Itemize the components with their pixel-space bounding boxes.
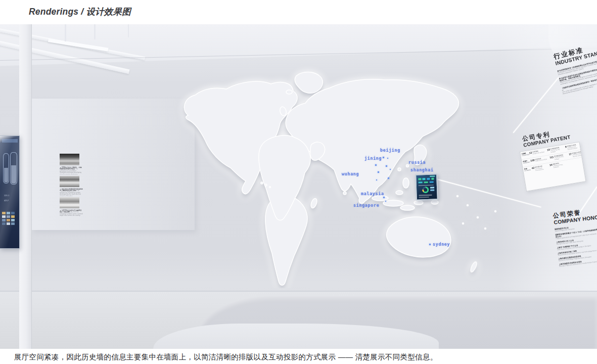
- caribbean-island: [269, 187, 271, 188]
- tablet-stat-block: [424, 181, 428, 183]
- city-label-russia: russia: [408, 160, 426, 165]
- city-marker-dot: [376, 179, 377, 180]
- indonesia-island: [372, 196, 388, 201]
- tablet-stat-block: [427, 178, 430, 180]
- photo-caption: ▲ 1996年公司在上海成立，开展电梯远程监测技术研发 The company …: [60, 166, 83, 174]
- indonesia-island: [400, 205, 415, 210]
- pacific-island: [467, 205, 469, 206]
- photo-caption: ▲ 于2015年公司系列产品覆盖全国多个重点城市 By 2015 the com…: [60, 209, 83, 217]
- island: [431, 200, 438, 204]
- tablet-stat-block: [431, 177, 434, 179]
- world-map: [162, 66, 516, 288]
- city-marker-dot: [388, 177, 389, 179]
- tablet-stat-block: [430, 181, 434, 183]
- madagascar-island: [310, 198, 318, 209]
- wall-floor-edge: [0, 291, 597, 292]
- city-marker-dot: [385, 201, 386, 202]
- pacific-island: [485, 228, 486, 230]
- photo-caption-cn: ▲ 1996年公司在上海成立，开展电梯远程监测技术研发: [60, 166, 81, 170]
- sri-lanka-island: [343, 192, 346, 195]
- tablet-status-bar: [430, 175, 435, 176]
- city-marker-dot: [378, 171, 379, 173]
- ceiling-pipe: [128, 24, 129, 37]
- left-wall-column: [19, 24, 32, 349]
- page: Renderings / 设计效果图: [0, 0, 597, 364]
- map-tablet-screen: [415, 173, 438, 201]
- tablet-donut-gauge: [422, 187, 429, 193]
- footer-caption: 展厅空间紧凑，因此历史墙的信息主要集中在墙面上，以简洁清晰的排版以及互动投影的方…: [14, 352, 437, 362]
- tablet-donut-hole: [424, 188, 427, 192]
- tablet-text-row: [419, 195, 432, 196]
- history-photo: [60, 154, 79, 165]
- city-label-beijing: beijing: [380, 148, 400, 153]
- city-label-singapore: singapore: [353, 203, 379, 208]
- city-label-malaysia: malaysia: [361, 191, 384, 196]
- patent-row-header-en: OTHERS: [524, 169, 531, 171]
- city-label-jining: jining: [364, 156, 382, 161]
- pacific-island: [477, 217, 479, 218]
- city-marker-dot: [390, 169, 391, 170]
- patent-label-en: APPEARANCE DESIGN PATENT: [567, 146, 578, 150]
- tablet-divider: [419, 185, 434, 186]
- city-marker-dot: [383, 197, 385, 198]
- page-title: Renderings / 设计效果图: [29, 6, 131, 18]
- continent-australia: [387, 217, 451, 257]
- tablet-text-row: [419, 197, 429, 198]
- patent-label-en: SOFTWARE COPYRIGHTS: [535, 167, 543, 171]
- philippines-island: [403, 178, 409, 188]
- taiwan-island: [406, 165, 409, 167]
- patent-count: 111: [549, 156, 554, 161]
- ceiling-pipe: [65, 24, 66, 41]
- history-photo: [60, 176, 79, 187]
- city-marker-dot: [375, 164, 377, 166]
- ceiling-pipe: [94, 24, 96, 39]
- pacific-island: [463, 223, 464, 224]
- indonesia-island: [383, 200, 403, 206]
- screen-glass-reflection: [0, 136, 19, 248]
- caribbean-island: [261, 182, 263, 184]
- pacific-island: [495, 211, 496, 212]
- patent-label-en: APPEARANCE DESIGN PATENT: [572, 153, 583, 157]
- tablet-stat-block: [430, 187, 434, 188]
- rendering-image: ▲ 1996年公司在上海成立，开展电梯远程监测技术研发 The company …: [0, 24, 597, 349]
- iceland-island: [286, 90, 292, 94]
- borneo-island: [396, 191, 403, 195]
- tablet-stat-block: [422, 178, 425, 180]
- continent-greenland: [295, 72, 323, 94]
- pacific-island: [457, 196, 458, 197]
- indonesia-island: [414, 201, 423, 205]
- caribbean-island: [265, 184, 267, 186]
- city-marker-dot: [387, 158, 388, 159]
- tablet-stat-block: [430, 189, 434, 191]
- city-label-sydney: sydney: [433, 242, 450, 247]
- city-marker-dot: [383, 157, 384, 158]
- history-photo: [60, 197, 79, 208]
- city-marker-dot: [386, 165, 387, 167]
- left-monitor-screen: 123.1 4257: [0, 135, 20, 249]
- city-label-wuhang: wuhang: [342, 171, 359, 176]
- patent-row-header-en: PENDING: [523, 161, 530, 164]
- city-label-shanghai: shanghai: [410, 167, 434, 172]
- new-zealand-island: [470, 261, 478, 272]
- patent-count: 109: [530, 159, 535, 164]
- tablet-stat-block: [419, 181, 423, 183]
- tablet-stat-block: [418, 178, 421, 180]
- city-marker-dot: [429, 244, 431, 245]
- photo-caption: ▲ 团队研发的电梯物联网监测系统于上海率先试点投入使用 The elevator…: [60, 188, 83, 196]
- hainan-island: [398, 168, 401, 171]
